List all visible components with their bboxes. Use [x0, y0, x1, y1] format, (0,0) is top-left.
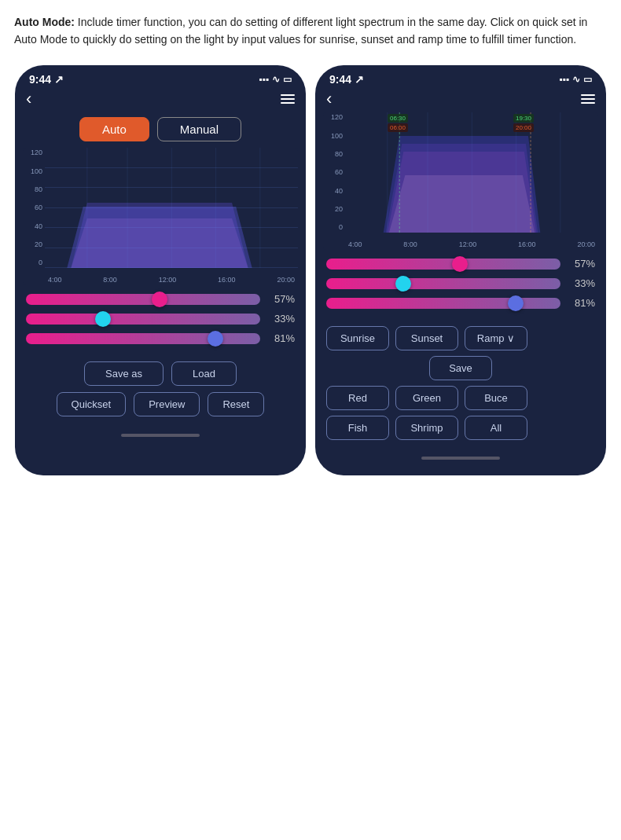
- battery-icon-left: ▭: [283, 74, 292, 85]
- home-indicator-right: [421, 457, 500, 460]
- save-button[interactable]: Save: [429, 356, 492, 380]
- x-label: 20:00: [577, 240, 595, 248]
- y-labels-right: 0 20 40 60 80 100 120: [323, 112, 345, 233]
- auto-mode-button[interactable]: Auto: [79, 117, 149, 141]
- slider-thumb-r3[interactable]: [508, 295, 524, 311]
- btn-grid-row-1: Sunrise Sunset Ramp ∨: [326, 326, 595, 350]
- y-label: 80: [23, 186, 45, 193]
- load-button[interactable]: Load: [171, 361, 237, 386]
- btn-grid-row-4: Fish Shrimp All: [326, 416, 595, 440]
- preview-button[interactable]: Preview: [134, 392, 200, 416]
- y-label: 100: [323, 133, 345, 140]
- back-button-left[interactable]: ‹: [26, 90, 31, 108]
- action-buttons-left: Save as Load Quickset Preview Reset: [15, 357, 306, 426]
- chart-svg-left: [23, 148, 298, 285]
- slider-thumb-r1[interactable]: [452, 256, 468, 272]
- x-label: 8:00: [403, 240, 417, 248]
- sunset-button[interactable]: Sunset: [395, 326, 458, 350]
- sliders-left: 57% 33% 81%: [15, 290, 306, 357]
- chart-right: 06:30 06:00 19:30 20:00 0 20 40 60 80 10…: [323, 112, 598, 250]
- reset-button[interactable]: Reset: [208, 392, 264, 416]
- phone-right: 9:44 ↗ ▪▪▪ ∿ ▭ ‹: [315, 65, 606, 475]
- marker-left: 06:30 06:00: [388, 114, 408, 132]
- btn-grid-row-3: Red Green Buce: [326, 386, 595, 410]
- slider-pct-r3: 81%: [567, 297, 595, 309]
- signal-icon-right: ▪▪▪: [559, 74, 569, 85]
- shrimp-button[interactable]: Shrimp: [395, 416, 458, 440]
- y-label: 120: [323, 114, 345, 121]
- y-labels-left: 0 20 40 60 80 100 120: [23, 148, 45, 268]
- slider-thumb-2[interactable]: [95, 311, 111, 327]
- slider-thumb-r2[interactable]: [395, 276, 411, 292]
- marker-right: 19:30 20:00: [513, 114, 534, 132]
- x-label: 4:00: [348, 240, 362, 248]
- y-label: 0: [23, 259, 45, 266]
- btn-row-2: Quickset Preview Reset: [26, 392, 295, 416]
- slider-1[interactable]: [26, 294, 260, 305]
- red-button[interactable]: Red: [326, 386, 389, 410]
- chart-left: 0 20 40 60 80 100 120 4:00 8:00 12:00 16…: [23, 148, 298, 285]
- status-bar-right: 9:44 ↗ ▪▪▪ ∿ ▭: [315, 65, 606, 89]
- description-bold: Auto Mode:: [14, 16, 75, 28]
- x-labels-right: 4:00 8:00 12:00 16:00 20:00: [345, 240, 598, 248]
- slider-2[interactable]: [26, 314, 260, 325]
- gridline: [45, 167, 298, 168]
- fish-button[interactable]: Fish: [326, 416, 389, 440]
- gridline: [45, 227, 298, 228]
- slider-pct-1: 57%: [266, 293, 295, 305]
- y-label: 60: [23, 204, 45, 211]
- y-label: 20: [323, 206, 345, 213]
- x-label: 16:00: [218, 276, 236, 284]
- y-label: 20: [23, 241, 45, 248]
- x-label: 8:00: [103, 276, 117, 284]
- status-icons-right: ▪▪▪ ∿ ▭: [559, 74, 592, 85]
- time-right: 9:44 ↗: [329, 73, 364, 86]
- description-block: Auto Mode: Include timer function, you c…: [0, 0, 621, 57]
- slider-thumb-1[interactable]: [152, 292, 167, 307]
- ramp-button[interactable]: Ramp ∨: [465, 326, 527, 350]
- wifi-icon-right: ∿: [572, 74, 580, 85]
- chart-svg-right: [323, 112, 598, 250]
- back-button-right[interactable]: ‹: [326, 90, 332, 108]
- manual-mode-button[interactable]: Manual: [157, 117, 241, 141]
- marker-left-bot: 06:00: [388, 123, 408, 132]
- battery-icon-right: ▭: [583, 74, 592, 85]
- slider-r1[interactable]: [326, 259, 560, 270]
- menu-icon-left[interactable]: [281, 94, 295, 104]
- slider-row-r1: 57%: [326, 258, 595, 270]
- home-indicator-left: [121, 434, 200, 437]
- time-left: 9:44 ↗: [29, 73, 64, 86]
- gridline: [45, 207, 298, 208]
- slider-pct-3: 81%: [266, 332, 295, 344]
- y-label: 100: [23, 168, 45, 175]
- all-button[interactable]: All: [465, 416, 527, 440]
- y-label: 40: [323, 188, 345, 195]
- mode-buttons-left: Auto Manual: [15, 112, 306, 148]
- wifi-icon-left: ∿: [272, 74, 280, 85]
- btn-row-1: Save as Load: [26, 361, 295, 386]
- y-label: 40: [23, 223, 45, 230]
- y-label: 120: [23, 149, 45, 156]
- buce-button[interactable]: Buce: [465, 386, 527, 410]
- slider-r2[interactable]: [326, 278, 560, 289]
- sunrise-button[interactable]: Sunrise: [326, 326, 389, 350]
- gridline: [45, 267, 298, 268]
- slider-pct-r2: 33%: [567, 277, 595, 289]
- x-label: 4:00: [48, 276, 62, 284]
- slider-row-r2: 33%: [326, 277, 595, 289]
- green-button[interactable]: Green: [395, 386, 458, 410]
- menu-icon-right[interactable]: [581, 94, 595, 104]
- x-label: 12:00: [459, 240, 477, 248]
- y-label: 0: [323, 224, 345, 231]
- slider-r3[interactable]: [326, 298, 560, 309]
- phones-row: 9:44 ↗ ▪▪▪ ∿ ▭ ‹ Auto Manual: [0, 57, 621, 491]
- slider-row-1: 57%: [26, 293, 295, 305]
- sliders-right: 57% 33% 81%: [315, 255, 606, 321]
- slider-3[interactable]: [26, 333, 260, 344]
- save-as-button[interactable]: Save as: [84, 361, 164, 386]
- quickset-button[interactable]: Quickset: [57, 392, 127, 416]
- x-label: 20:00: [277, 276, 295, 284]
- slider-thumb-3[interactable]: [208, 331, 223, 347]
- description-text: Include timer function, you can do setti…: [14, 16, 587, 46]
- marker-right-top: 19:30: [513, 114, 534, 123]
